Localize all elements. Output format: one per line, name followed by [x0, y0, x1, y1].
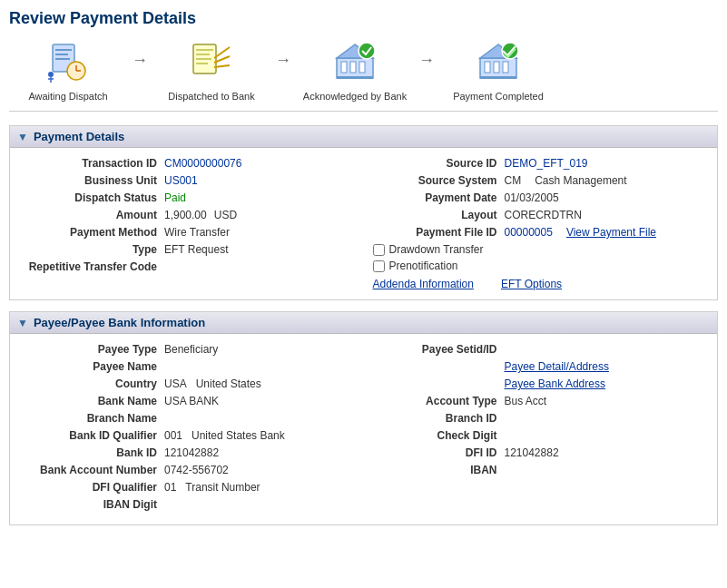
payment-details-right: Source ID DEMO_EFT_019 Source System CM …: [364, 157, 704, 290]
type-label: Type: [24, 243, 164, 256]
bank-id-value: 121042882: [164, 446, 219, 459]
payee-setid-row: Payee Setid/ID: [364, 343, 704, 356]
svg-rect-20: [341, 62, 347, 73]
amount-label: Amount: [24, 209, 164, 221]
payment-method-label: Payment Method: [24, 226, 164, 239]
svg-rect-12: [196, 54, 210, 55]
payee-bank-columns: Payee Type Beneficiary Payee Name Countr…: [24, 343, 703, 515]
payment-details-body: Transaction ID CM0000000076 Business Uni…: [10, 148, 717, 299]
svg-point-31: [502, 43, 518, 59]
payee-detail-address-link[interactable]: Payee Detail/Address: [505, 360, 609, 373]
check-digit-label: Check Digit: [364, 429, 505, 442]
bank-id-qualifier-row: Bank ID Qualifier 001 United States Bank: [24, 429, 364, 442]
branch-name-row: Branch Name: [24, 412, 364, 425]
addenda-information-link[interactable]: Addenda Information: [373, 278, 474, 290]
bank-name-value: USA BANK: [164, 395, 219, 407]
bank-id-qualifier-value: 001: [164, 429, 182, 442]
payment-details-title: Payment Details: [34, 130, 124, 143]
payment-details-section: ▼ Payment Details Transaction ID CM00000…: [9, 125, 718, 300]
svg-rect-30: [480, 76, 516, 79]
dfi-id-row: DFI ID 121042882: [364, 446, 704, 459]
arrow-2: →: [275, 51, 291, 88]
payment-date-row: Payment Date 01/03/2005: [364, 191, 704, 204]
source-id-value: DEMO_EFT_019: [505, 157, 588, 170]
repetitive-transfer-row: Repetitive Transfer Code: [24, 260, 364, 273]
payment-method-value: Wire Transfer: [164, 226, 230, 239]
layout-value: CORECRDTRN: [505, 209, 582, 221]
bank-id-qualifier-label: Bank ID Qualifier: [24, 429, 164, 442]
step-dispatched: Dispatched to Bank: [152, 37, 270, 102]
collapse-triangle[interactable]: ▼: [17, 131, 28, 143]
svg-rect-28: [494, 62, 499, 73]
country-code: USA: [164, 377, 187, 390]
workflow-steps: Awaiting Dispatch → Dispatched to Bank →: [9, 37, 718, 112]
amount-row: Amount 1,900.00 USD: [24, 209, 364, 221]
bank-id-row: Bank ID 121042882: [24, 446, 364, 459]
branch-id-label: Branch ID: [364, 412, 505, 425]
awaiting-icon: [44, 37, 93, 87]
dispatch-status-row: Dispatch Status Paid: [24, 191, 364, 204]
payee-bank-title: Payee/Payee Bank Information: [34, 316, 205, 329]
payee-bank-right: Payee Setid/ID Payee Detail/Address Paye…: [364, 343, 704, 515]
svg-point-7: [48, 72, 54, 77]
dfi-id-label: DFI ID: [364, 446, 505, 459]
payee-type-label: Payee Type: [24, 343, 164, 356]
drawdown-transfer-checkbox[interactable]: [373, 244, 385, 256]
arrow-3: →: [418, 51, 435, 88]
svg-rect-29: [503, 62, 508, 73]
business-unit-row: Business Unit US001: [24, 174, 364, 187]
payment-date-value: 01/03/2005: [505, 191, 559, 204]
payee-type-value: Beneficiary: [164, 343, 218, 356]
source-system-label: Source System: [364, 174, 505, 187]
payee-collapse-triangle[interactable]: ▼: [17, 317, 28, 329]
dfi-qualifier-value: 01: [164, 481, 176, 494]
repetitive-transfer-label: Repetitive Transfer Code: [24, 260, 164, 273]
bank-id-qualifier-name: United States Bank: [192, 429, 285, 442]
payee-bank-section: ▼ Payee/Payee Bank Information Payee Typ…: [9, 311, 718, 525]
dfi-id-value: 121042882: [505, 446, 559, 459]
layout-label: Layout: [364, 209, 505, 221]
payee-name-label: Payee Name: [24, 360, 164, 373]
payee-bank-body: Payee Type Beneficiary Payee Name Countr…: [10, 334, 717, 524]
branch-name-label: Branch Name: [24, 412, 164, 425]
source-id-row: Source ID DEMO_EFT_019: [364, 157, 704, 170]
payment-details-left: Transaction ID CM0000000076 Business Uni…: [24, 157, 364, 290]
iban-digit-row: IBAN Digit: [24, 498, 364, 511]
prenotification-checkbox[interactable]: [373, 260, 385, 272]
svg-rect-23: [337, 76, 373, 79]
bank-name-row: Bank Name USA BANK: [24, 395, 364, 407]
payment-file-id-row: Payment File ID 00000005 View Payment Fi…: [364, 226, 704, 239]
svg-rect-2: [55, 54, 68, 55]
transaction-id-row: Transaction ID CM0000000076: [24, 157, 364, 170]
arrow-1: →: [132, 51, 148, 88]
country-row: Country USA United States: [24, 377, 364, 390]
ack-icon: [330, 37, 380, 87]
account-type-label: Account Type: [364, 395, 505, 407]
action-links: Addenda Information EFT Options: [373, 278, 704, 290]
payee-detail-address-row: Payee Detail/Address: [364, 360, 704, 373]
business-unit-label: Business Unit: [24, 174, 164, 187]
business-unit-value: US001: [164, 174, 198, 187]
payee-bank-left: Payee Type Beneficiary Payee Name Countr…: [24, 343, 364, 515]
dfi-qualifier-name: Transit Number: [185, 481, 260, 494]
bank-name-label: Bank Name: [24, 395, 164, 407]
payment-details-header: ▼ Payment Details: [10, 126, 717, 148]
drawdown-transfer-row: Drawdown Transfer: [373, 243, 704, 256]
step-acknowledged: Acknowledged by Bank: [296, 37, 414, 102]
layout-row: Layout CORECRDTRN: [364, 209, 704, 221]
complete-icon: [474, 37, 524, 87]
view-payment-file-link[interactable]: View Payment File: [566, 226, 656, 239]
payee-bank-address-row: Payee Bank Address: [364, 377, 704, 390]
dispatched-label: Dispatched to Bank: [168, 91, 254, 102]
payee-bank-address-link[interactable]: Payee Bank Address: [505, 377, 605, 390]
source-system-row: Source System CM Cash Management: [364, 174, 704, 187]
payment-details-columns: Transaction ID CM0000000076 Business Uni…: [24, 157, 703, 290]
iban-label: IBAN: [364, 464, 505, 476]
eft-options-link[interactable]: EFT Options: [501, 278, 562, 290]
bank-id-label: Bank ID: [24, 446, 164, 459]
transaction-id-label: Transaction ID: [24, 157, 164, 170]
payment-file-id-value: 00000005: [505, 226, 553, 239]
page-title: Review Payment Details: [9, 9, 718, 28]
type-row: Type EFT Request: [24, 243, 364, 256]
step-completed: Payment Completed: [439, 37, 557, 102]
